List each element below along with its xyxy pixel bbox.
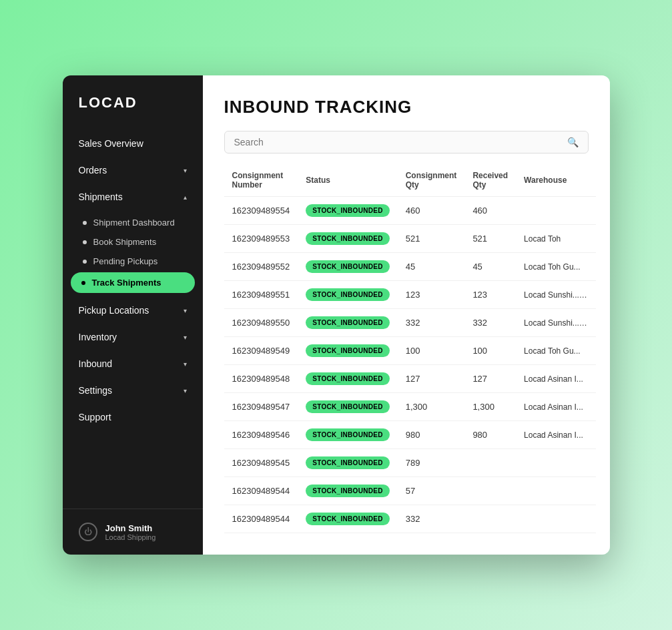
chevron-down-icon: ▾ (184, 307, 187, 314)
page-header: INBOUND TRACKING (203, 75, 610, 131)
power-icon[interactable]: ⏻ (79, 523, 97, 541)
sidebar-item-settings[interactable]: Settings ▾ (63, 377, 203, 404)
cell-consignment-number: 162309489549 (224, 337, 298, 365)
cell-consignment-number: 162309489551 (224, 281, 298, 309)
cell-received-qty: 460 (464, 197, 516, 225)
sidebar-item-book-shipments[interactable]: Book Shipments (63, 232, 203, 252)
sidebar-item-inventory[interactable]: Inventory ▾ (63, 324, 203, 350)
bullet-icon (83, 260, 87, 264)
cell-warehouse (516, 505, 596, 533)
cell-consignment-qty: 980 (398, 421, 465, 449)
cell-consignment-number: 162309489554 (224, 197, 298, 225)
col-consignment-qty: Consignment Qty (398, 164, 465, 197)
col-consignment-number: Consignment Number (224, 164, 298, 197)
cell-status: STOCK_INBOUNDED (298, 253, 397, 281)
cell-warehouse: Locad Toh Gu... (516, 337, 596, 365)
cell-consignment-qty: 521 (398, 225, 465, 253)
sidebar-item-pending-pickups[interactable]: Pending Pickups (63, 252, 203, 271)
status-badge: STOCK_INBOUNDED (306, 513, 389, 525)
cell-consignment-number: 162309489548 (224, 365, 298, 393)
table-row: 162309489551STOCK_INBOUNDED123123Locad S… (224, 281, 597, 309)
cell-status: STOCK_INBOUNDED (298, 309, 397, 337)
cell-received-qty: 127 (464, 365, 516, 393)
user-info: John Smith Locad Shipping (105, 523, 156, 541)
sidebar-item-shipment-dashboard[interactable]: Shipment Dashboard (63, 213, 203, 232)
cell-received-qty (464, 449, 516, 477)
cell-status: STOCK_INBOUNDED (298, 477, 397, 505)
status-badge: STOCK_INBOUNDED (306, 260, 389, 273)
cell-status: STOCK_INBOUNDED (298, 393, 397, 421)
status-badge: STOCK_INBOUNDED (306, 232, 389, 245)
status-badge: STOCK_INBOUNDED (306, 400, 389, 413)
sidebar-item-support[interactable]: Support (63, 404, 203, 430)
bullet-icon (83, 240, 87, 244)
chevron-down-icon: ▾ (184, 167, 187, 174)
cell-warehouse: Locad Asinan I... (516, 421, 596, 449)
cell-status: STOCK_INBOUNDED (298, 505, 397, 533)
col-status: Status (298, 164, 397, 197)
table-row: 162309489544STOCK_INBOUNDED332 (224, 505, 597, 533)
sidebar-item-track-shipments[interactable]: Track Shipments (71, 272, 195, 293)
sidebar-item-pickup-locations[interactable]: Pickup Locations ▾ (63, 297, 203, 324)
status-badge: STOCK_INBOUNDED (306, 204, 389, 217)
cell-received-qty: 1,300 (464, 393, 516, 421)
cell-status: STOCK_INBOUNDED (298, 281, 397, 309)
cell-received-qty: 521 (464, 225, 516, 253)
cell-status: STOCK_INBOUNDED (298, 197, 397, 225)
app-logo: LOCAD (63, 75, 203, 125)
cell-received-qty (464, 477, 516, 505)
cell-status: STOCK_INBOUNDED (298, 449, 397, 477)
table-row: 162309489546STOCK_INBOUNDED980980Locad A… (224, 421, 597, 449)
table-header-row: Consignment Number Status Consignment Qt… (224, 164, 597, 197)
chevron-down-icon: ▾ (184, 360, 187, 368)
table-row: 162309489553STOCK_INBOUNDED521521Locad T… (224, 225, 597, 253)
sidebar: LOCAD Sales Overview Orders ▾ Shipments … (63, 75, 203, 555)
main-content: INBOUND TRACKING 🔍 Consignment Number St… (203, 75, 610, 555)
chevron-down-icon: ▾ (184, 334, 187, 341)
status-badge: STOCK_INBOUNDED (306, 372, 389, 385)
sidebar-item-shipments[interactable]: Shipments ▴ (63, 184, 203, 210)
cell-consignment-qty: 100 (398, 337, 465, 365)
table-row: 162309489549STOCK_INBOUNDED100100Locad T… (224, 337, 597, 365)
status-badge: STOCK_INBOUNDED (306, 485, 389, 497)
cell-consignment-number: 162309489544 (224, 477, 298, 505)
cell-received-qty: 123 (464, 281, 516, 309)
table-row: 162309489547STOCK_INBOUNDED1,3001,300Loc… (224, 393, 597, 421)
sidebar-item-inbound[interactable]: Inbound ▾ (63, 350, 203, 377)
cell-received-qty: 100 (464, 337, 516, 365)
app-window: LOCAD Sales Overview Orders ▾ Shipments … (63, 75, 610, 555)
cell-consignment-qty: 332 (398, 309, 465, 337)
cell-warehouse (516, 197, 596, 225)
status-badge: STOCK_INBOUNDED (306, 344, 389, 357)
sidebar-item-orders[interactable]: Orders ▾ (63, 157, 203, 184)
cell-warehouse: Locad Toh Gu... (516, 253, 596, 281)
table-container: Consignment Number Status Consignment Qt… (203, 164, 610, 555)
cell-warehouse: Locad Sunshi... AU (516, 281, 596, 309)
cell-consignment-qty: 1,300 (398, 393, 465, 421)
sidebar-item-sales-overview[interactable]: Sales Overview (63, 130, 203, 157)
cell-consignment-number: 162309489547 (224, 393, 298, 421)
cell-warehouse: Locad Asinan I... (516, 393, 596, 421)
table-row: 162309489545STOCK_INBOUNDED789 (224, 449, 597, 477)
table-row: 162309489550STOCK_INBOUNDED332332Locad S… (224, 309, 597, 337)
user-name: John Smith (105, 523, 156, 533)
status-badge: STOCK_INBOUNDED (306, 456, 389, 469)
sidebar-footer: ⏻ John Smith Locad Shipping (63, 509, 203, 555)
cell-consignment-number: 162309489545 (224, 449, 298, 477)
status-badge: STOCK_INBOUNDED (306, 288, 389, 301)
cell-consignment-number: 162309489550 (224, 309, 298, 337)
col-warehouse: Warehouse (516, 164, 596, 197)
table-row: 162309489548STOCK_INBOUNDED127127Locad A… (224, 365, 597, 393)
cell-consignment-qty: 460 (398, 197, 465, 225)
inbound-tracking-table: Consignment Number Status Consignment Qt… (224, 164, 597, 533)
search-input[interactable] (234, 137, 562, 147)
cell-received-qty: 45 (464, 253, 516, 281)
search-icon: 🔍 (567, 137, 579, 147)
cell-warehouse: Locad Asinan I... (516, 365, 596, 393)
cell-warehouse (516, 449, 596, 477)
chevron-down-icon: ▾ (184, 387, 187, 394)
page-title: INBOUND TRACKING (224, 97, 589, 117)
table-row: 162309489544STOCK_INBOUNDED57 (224, 477, 597, 505)
cell-consignment-number: 162309489553 (224, 225, 298, 253)
search-bar: 🔍 (224, 131, 589, 153)
